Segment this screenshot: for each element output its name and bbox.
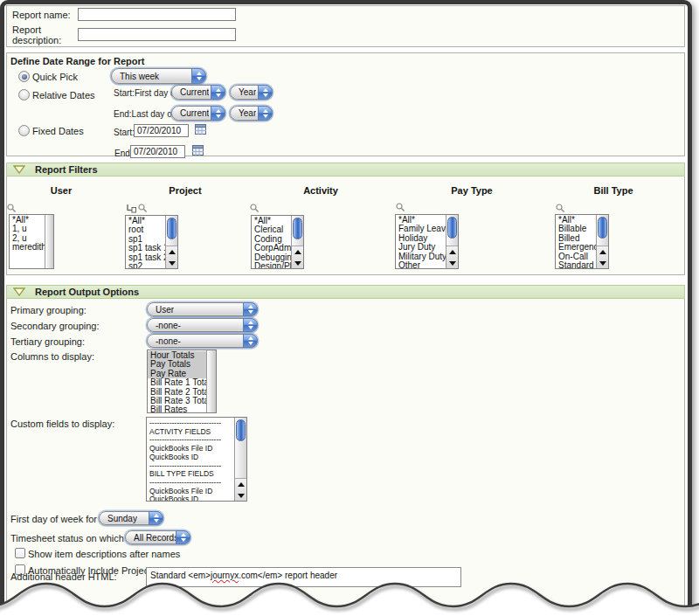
tertiary-grouping-value: -none- — [156, 336, 181, 346]
first-day-value: Sunday — [107, 514, 137, 523]
timesheet-status-select[interactable]: All Records — [125, 530, 190, 544]
relative-start-unit-value: Current — [180, 87, 209, 97]
scroll-down-icon[interactable] — [446, 258, 458, 268]
report-description-input[interactable] — [78, 28, 236, 41]
disclosure-triangle-icon[interactable] — [13, 165, 25, 174]
report-name-input[interactable] — [78, 8, 236, 21]
fixed-dates-label: Fixed Dates — [32, 126, 84, 136]
select-arrows-icon — [243, 302, 258, 316]
scrollbar[interactable] — [596, 215, 608, 268]
scroll-up-icon[interactable] — [446, 246, 458, 257]
scrollbar[interactable] — [234, 418, 246, 501]
tertiary-grouping-label: Tertiary grouping: — [10, 336, 85, 347]
scrollbar-thumb[interactable] — [598, 217, 607, 239]
secondary-grouping-label: Secondary grouping: — [10, 321, 100, 331]
scrollbar-thumb[interactable] — [447, 217, 457, 239]
scrollbar-track[interactable] — [206, 350, 216, 412]
select-arrows-icon — [258, 106, 273, 121]
calendar-icon[interactable] — [192, 145, 204, 156]
scrollbar-track[interactable] — [45, 215, 53, 268]
date-range-section — [6, 52, 685, 156]
tertiary-grouping-select[interactable]: -none- — [147, 334, 258, 348]
list-item[interactable]: Other — [396, 261, 446, 268]
tree-icon[interactable] — [126, 204, 136, 213]
list-item[interactable]: meredith — [10, 243, 45, 252]
relative-start-unit-select[interactable]: Current — [171, 85, 225, 100]
list-item[interactable]: QuickBooks ID — [147, 495, 235, 501]
fixed-end-input[interactable] — [130, 145, 185, 158]
date-range-title: Define Date Range for Report — [10, 56, 144, 66]
list-item[interactable]: sp2 — [126, 262, 166, 268]
scroll-up-icon[interactable] — [235, 479, 246, 489]
report-output-header: Report Output Options — [6, 285, 685, 299]
report-filters-title: Report Filters — [35, 164, 98, 175]
fixed-start-input[interactable] — [134, 124, 189, 137]
magnifier-icon[interactable] — [396, 203, 405, 212]
activity-filter-listbox[interactable]: *All* Clerical Coding CorpAdmin Debuggin… — [251, 215, 304, 269]
report-options-screenshot: Report name: Report description: Define … — [0, 0, 699, 616]
billtype-filter-listbox[interactable]: *All* Billable Billed Emergency On-Call … — [555, 214, 609, 269]
secondary-grouping-value: -none- — [156, 321, 181, 330]
magnifier-icon[interactable] — [556, 204, 565, 213]
filter-col-header-project: Project — [150, 185, 220, 196]
quick-pick-value: This week — [120, 72, 159, 81]
list-item[interactable]: Bill Rates — [148, 405, 207, 412]
custom-fields-label: Custom fields to display: — [10, 419, 114, 429]
magnifier-icon[interactable] — [7, 204, 17, 213]
scrollbar[interactable] — [446, 215, 458, 268]
select-arrows-icon — [211, 106, 225, 121]
magnifier-icon[interactable] — [250, 204, 260, 213]
scroll-down-icon[interactable] — [166, 258, 177, 268]
relative-end-period-select[interactable]: Year — [230, 106, 273, 121]
project-filter-listbox[interactable]: *All* root sp1 sp1 task 1 sp1 task 2 sp2 — [125, 215, 178, 269]
scroll-down-icon[interactable] — [292, 258, 303, 268]
paytype-filter-listbox[interactable]: *All* Family Leave Holiday Jury Duty Mil… — [395, 214, 459, 269]
scroll-up-icon[interactable] — [292, 246, 303, 257]
fixed-dates-radio[interactable] — [18, 125, 30, 136]
filter-col-header-paytype: Pay Type — [437, 185, 507, 196]
torn-edge-decoration — [0, 572, 699, 616]
report-name-label: Report name: — [12, 10, 71, 20]
filter-col-header-activity: Activity — [286, 185, 356, 196]
report-filters-header: Report Filters — [6, 163, 685, 176]
list-item[interactable]: Standard — [556, 261, 597, 268]
calendar-icon[interactable] — [195, 124, 206, 135]
custom-fields-listbox[interactable]: ----------------------------- ACTIVITY F… — [146, 417, 247, 502]
select-arrows-icon — [149, 511, 163, 525]
list-item[interactable]: Design/Plan — [252, 262, 292, 268]
scrollbar-thumb[interactable] — [293, 218, 302, 239]
relative-start-period-value: Year — [239, 87, 256, 97]
primary-grouping-label: Primary grouping: — [10, 305, 87, 315]
fixed-start-label: Start: — [114, 128, 135, 137]
quick-pick-label: Quick Pick — [32, 72, 78, 82]
filter-col-header-user: User — [26, 185, 96, 196]
primary-grouping-value: User — [156, 305, 174, 315]
disclosure-triangle-icon[interactable] — [13, 287, 25, 296]
scrollbar-thumb[interactable] — [167, 218, 176, 239]
scroll-down-icon[interactable] — [597, 258, 608, 268]
scrollbar[interactable] — [165, 216, 177, 268]
select-arrows-icon — [211, 85, 225, 100]
relative-start-period-select[interactable]: Year — [230, 85, 273, 100]
columns-listbox[interactable]: Hour Totals Pay Totals Pay Rate Bill Rat… — [147, 350, 217, 413]
scroll-up-icon[interactable] — [597, 246, 608, 257]
select-arrows-icon — [258, 85, 273, 100]
relative-end-unit-select[interactable]: Current — [171, 106, 225, 121]
scrollbar[interactable] — [291, 216, 303, 268]
report-output-title: Report Output Options — [35, 287, 139, 297]
primary-grouping-select[interactable]: User — [147, 302, 258, 316]
relative-dates-label: Relative Dates — [32, 90, 95, 100]
relative-dates-radio[interactable] — [18, 89, 30, 100]
scroll-down-icon[interactable] — [235, 490, 246, 501]
user-filter-listbox[interactable]: *All* 1, u 2, u meredith — [9, 214, 54, 269]
scrollbar-thumb[interactable] — [236, 419, 246, 441]
quick-pick-radio[interactable] — [18, 71, 30, 82]
scroll-up-icon[interactable] — [166, 246, 177, 257]
columns-to-display-label: Columns to display: — [10, 351, 94, 362]
secondary-grouping-select[interactable]: -none- — [147, 318, 258, 332]
show-descriptions-checkbox[interactable] — [15, 548, 25, 558]
magnifier-icon[interactable] — [138, 204, 148, 213]
quick-pick-select[interactable]: This week — [111, 68, 206, 84]
first-day-select[interactable]: Sunday — [99, 511, 163, 525]
show-descriptions-label: Show item descriptions after names — [28, 549, 180, 559]
